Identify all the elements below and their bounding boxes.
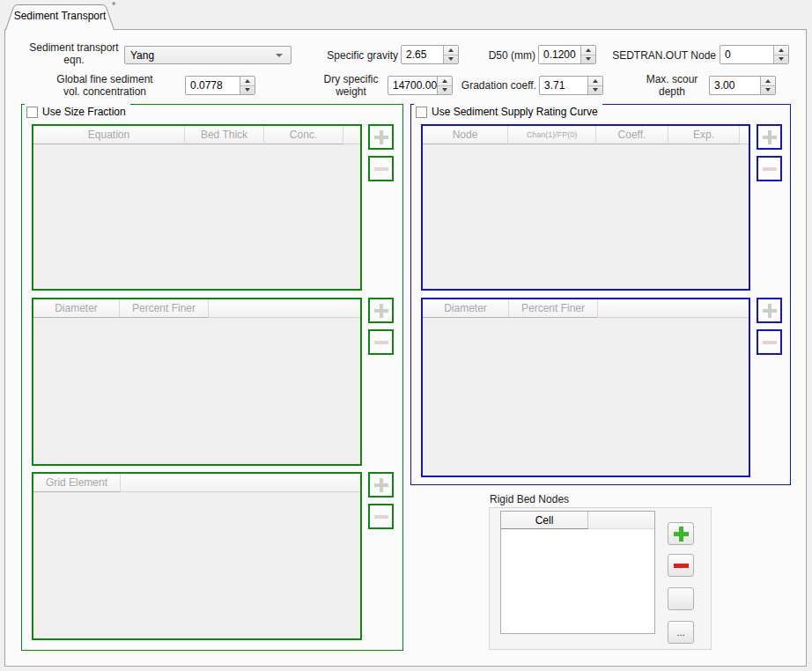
- rigid-bed-more-button[interactable]: ...: [668, 621, 694, 644]
- max-scour-depth-spinner[interactable]: 3.00: [709, 76, 776, 95]
- column-header-percent-finer[interactable]: Percent Finer: [509, 299, 598, 318]
- equation-add-row-button[interactable]: [368, 124, 394, 150]
- rigid-bed-blank-button[interactable]: [668, 587, 694, 610]
- curve-diameter-table-header: Diameter Percent Finer: [423, 299, 749, 318]
- spin-down-icon[interactable]: [761, 86, 775, 95]
- node-remove-row-button[interactable]: [757, 156, 782, 181]
- column-header-chan-fp[interactable]: Chan(1)/FP(0): [508, 126, 596, 144]
- column-header-filler: [121, 474, 360, 492]
- size-diameter-table[interactable]: Diameter Percent Finer: [32, 298, 362, 466]
- minus-icon: [674, 564, 689, 568]
- dry-specific-weight-value: 14700.00: [388, 77, 437, 94]
- tab-modified-indicator: *: [112, 0, 115, 11]
- max-scour-depth-label: Max. scour depth: [639, 73, 705, 98]
- column-header-cell[interactable]: Cell: [501, 512, 588, 529]
- grid-element-table-header: Grid Element: [33, 474, 360, 492]
- equation-remove-row-button[interactable]: [368, 156, 394, 181]
- column-header-filler: [209, 299, 360, 318]
- rigid-bed-nodes-panel: Cell ...: [489, 507, 712, 650]
- spin-down-icon[interactable]: [438, 86, 452, 95]
- column-header-percent-finer[interactable]: Percent Finer: [120, 299, 209, 318]
- sedtran-out-node-label: SEDTRAN.OUT Node: [599, 49, 716, 62]
- use-rating-curve-checkbox[interactable]: [416, 107, 427, 118]
- minus-icon: [374, 341, 388, 344]
- tab-sediment-transport[interactable]: Sediment Transport: [5, 10, 114, 22]
- spin-down-icon[interactable]: [240, 86, 255, 95]
- gradation-coeff-spinner[interactable]: 3.71: [539, 76, 603, 95]
- global-fine-label: Global fine sediment vol. concentration: [35, 73, 174, 98]
- global-fine-value: 0.0778: [186, 77, 240, 94]
- grid-element-add-row-button[interactable]: [368, 472, 394, 498]
- use-size-fraction-label: Use Size Fraction: [42, 106, 126, 118]
- equation-table-header: Equation Bed Thick Conc.: [33, 126, 360, 144]
- plus-icon: [374, 478, 388, 492]
- use-rating-curve-title: Use Sediment Supply Rating Curve: [414, 104, 602, 119]
- column-header-filler: [740, 126, 749, 144]
- sediment-transport-window: Sediment Transport * Sediment transport …: [0, 0, 812, 671]
- minus-icon: [763, 341, 777, 344]
- column-header-bed-thick[interactable]: Bed Thick: [185, 126, 264, 144]
- plus-icon: [674, 527, 689, 542]
- size-fraction-group: Use Size Fraction Equation Bed Thick Con…: [21, 104, 403, 651]
- column-header-filler: [343, 126, 360, 144]
- column-header-filler: [598, 299, 749, 318]
- node-table-header: Node Chan(1)/FP(0) Coeff. Exp.: [423, 126, 749, 144]
- column-header-equation[interactable]: Equation: [33, 126, 185, 144]
- gradation-coeff-value: 3.71: [540, 77, 587, 94]
- size-diameter-add-row-button[interactable]: [368, 298, 394, 323]
- rating-curve-group: Use Sediment Supply Rating Curve Node Ch…: [410, 104, 791, 485]
- rigid-bed-remove-button[interactable]: [668, 554, 694, 577]
- spin-down-icon[interactable]: [774, 55, 788, 64]
- spin-up-icon[interactable]: [588, 77, 602, 86]
- specific-gravity-label: Specific gravity: [315, 49, 398, 62]
- transport-eqn-dropdown[interactable]: Yang: [124, 46, 292, 64]
- size-diameter-remove-row-button[interactable]: [368, 329, 394, 355]
- spin-down-icon[interactable]: [588, 86, 602, 95]
- eqn-label: Sediment transport eqn.: [28, 41, 120, 66]
- use-size-fraction-checkbox[interactable]: [26, 107, 38, 118]
- sedtran-out-node-spinner[interactable]: 0: [720, 45, 789, 64]
- spin-up-icon[interactable]: [444, 46, 458, 55]
- curve-diameter-add-row-button[interactable]: [757, 298, 782, 323]
- dry-specific-weight-spinner[interactable]: 14700.00: [388, 76, 453, 95]
- spin-up-icon[interactable]: [240, 77, 255, 86]
- max-scour-depth-value: 3.00: [710, 77, 760, 94]
- spin-up-icon[interactable]: [438, 77, 452, 86]
- spin-up-icon[interactable]: [761, 77, 775, 86]
- d50-spinner[interactable]: 0.1200: [538, 45, 596, 64]
- grid-element-remove-row-button[interactable]: [368, 504, 394, 529]
- use-size-fraction-title: Use Size Fraction: [25, 104, 130, 119]
- spin-down-icon[interactable]: [444, 55, 458, 64]
- equation-table[interactable]: Equation Bed Thick Conc.: [32, 124, 362, 291]
- spin-up-icon[interactable]: [581, 46, 595, 55]
- plus-icon: [374, 304, 388, 318]
- rigid-bed-add-button[interactable]: [668, 522, 694, 545]
- curve-diameter-table[interactable]: Diameter Percent Finer: [421, 298, 750, 477]
- node-add-row-button[interactable]: [757, 124, 782, 150]
- spin-up-icon[interactable]: [774, 46, 788, 55]
- specific-gravity-spinner[interactable]: 2.65: [401, 45, 459, 64]
- global-fine-spinner[interactable]: 0.0778: [185, 76, 255, 95]
- d50-label: D50 (mm): [465, 49, 535, 62]
- column-header-node[interactable]: Node: [423, 126, 508, 144]
- specific-gravity-value: 2.65: [402, 46, 443, 63]
- chevron-down-icon: [276, 54, 283, 57]
- column-header-grid-element[interactable]: Grid Element: [33, 474, 121, 492]
- node-table[interactable]: Node Chan(1)/FP(0) Coeff. Exp.: [421, 124, 750, 291]
- transport-eqn-value: Yang: [130, 49, 154, 62]
- rigid-bed-cell-table[interactable]: Cell: [500, 511, 655, 634]
- column-header-conc[interactable]: Conc.: [264, 126, 343, 144]
- rigid-bed-nodes-label: Rigid Bed Nodes: [490, 493, 569, 505]
- column-header-exp[interactable]: Exp.: [668, 126, 740, 144]
- grid-element-table[interactable]: Grid Element: [32, 472, 362, 640]
- minus-icon: [374, 167, 388, 171]
- rigid-bed-table-header: Cell: [501, 512, 654, 529]
- spin-down-icon[interactable]: [581, 55, 595, 64]
- plus-icon: [763, 130, 777, 144]
- curve-diameter-remove-row-button[interactable]: [757, 329, 782, 355]
- column-header-coeff[interactable]: Coeff.: [596, 126, 668, 144]
- plus-icon: [374, 130, 388, 144]
- column-header-filler: [588, 512, 654, 529]
- column-header-diameter[interactable]: Diameter: [33, 299, 120, 318]
- column-header-diameter[interactable]: Diameter: [423, 299, 509, 318]
